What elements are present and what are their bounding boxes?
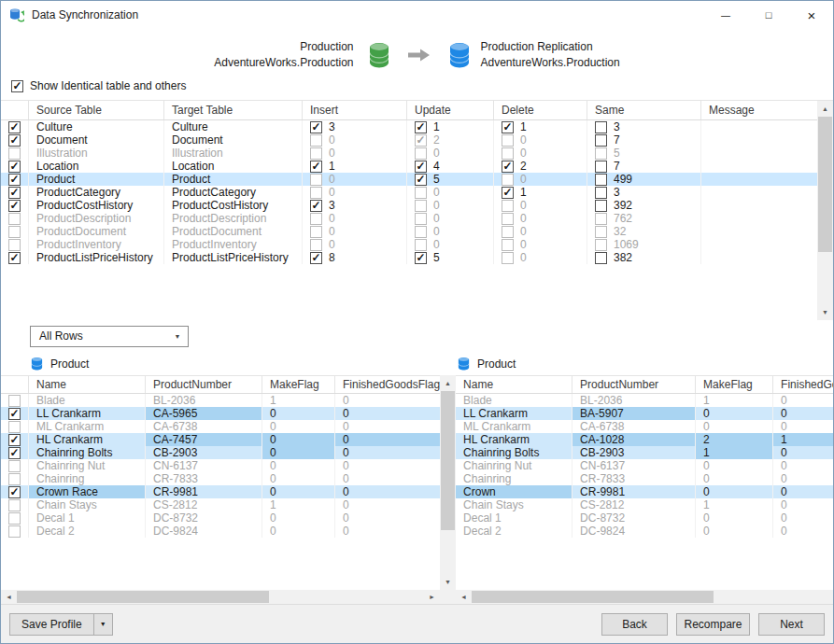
insert-checkbox[interactable] xyxy=(310,121,322,133)
row-checkbox[interactable] xyxy=(8,174,21,186)
table-row[interactable]: LL CrankarmCA-596500 xyxy=(1,407,440,420)
same-checkbox[interactable] xyxy=(595,226,607,238)
table-row[interactable]: Chain StaysCS-281210 xyxy=(1,498,440,511)
table-row[interactable]: IllustrationIllustration0005 xyxy=(1,147,817,160)
row-checkbox[interactable] xyxy=(8,213,21,225)
scroll-down-arrow-icon[interactable]: ▼ xyxy=(440,574,456,590)
update-checkbox[interactable] xyxy=(415,174,427,186)
row-checkbox[interactable] xyxy=(8,134,21,147)
column-header-source-table[interactable]: Source Table xyxy=(29,101,164,119)
scrollbar-thumb[interactable] xyxy=(818,117,832,252)
table-row[interactable]: Chainring NutCN-613700 xyxy=(456,459,834,472)
table-row[interactable]: ChainringCR-783300 xyxy=(1,472,440,485)
scrollbar-track[interactable] xyxy=(440,391,456,574)
scroll-up-arrow-icon[interactable]: ▲ xyxy=(440,375,456,391)
row-checkbox[interactable] xyxy=(8,395,21,407)
table-row[interactable]: BladeBL-203610 xyxy=(456,394,834,407)
column-header-delete[interactable]: Delete xyxy=(494,101,587,119)
delete-checkbox[interactable] xyxy=(502,121,514,133)
same-checkbox[interactable] xyxy=(595,134,607,147)
source-grid-horizontal-scrollbar[interactable]: ◄ ► xyxy=(1,590,456,604)
same-checkbox[interactable] xyxy=(595,174,607,186)
insert-checkbox[interactable] xyxy=(310,200,322,212)
select-column-header[interactable] xyxy=(1,101,29,119)
row-checkbox[interactable] xyxy=(8,499,21,511)
delete-checkbox[interactable] xyxy=(502,252,514,264)
same-checkbox[interactable] xyxy=(595,213,607,225)
column-header-productnumber[interactable]: ProductNumber xyxy=(146,376,262,393)
scrollbar-track[interactable] xyxy=(17,590,424,604)
update-checkbox[interactable] xyxy=(415,213,427,225)
column-header-makeflag[interactable]: MakeFlag xyxy=(696,376,773,393)
update-checkbox[interactable] xyxy=(415,161,427,173)
maximize-button[interactable]: □ xyxy=(747,1,790,29)
table-row[interactable]: ChainringCR-783300 xyxy=(456,472,834,485)
column-header-name[interactable]: Name xyxy=(29,376,146,393)
source-grid-vertical-scrollbar[interactable]: ▲ ▼ xyxy=(440,375,456,590)
column-header-finishedgoodsflag[interactable]: FinishedGoodsFlag xyxy=(335,376,440,393)
row-checkbox[interactable] xyxy=(8,226,21,238)
scrollbar-thumb[interactable] xyxy=(472,591,714,603)
table-row[interactable]: ProductListPriceHistoryProductListPriceH… xyxy=(1,251,817,264)
update-checkbox[interactable] xyxy=(415,252,427,264)
update-checkbox[interactable] xyxy=(415,121,427,133)
row-checkbox[interactable] xyxy=(8,421,21,433)
update-checkbox[interactable] xyxy=(415,187,427,199)
insert-checkbox[interactable] xyxy=(310,134,322,147)
same-checkbox[interactable] xyxy=(595,252,607,264)
row-checkbox[interactable] xyxy=(8,239,21,251)
update-checkbox[interactable] xyxy=(415,134,427,147)
delete-checkbox[interactable] xyxy=(502,161,514,173)
back-button[interactable]: Back xyxy=(601,613,668,636)
update-checkbox[interactable] xyxy=(415,200,427,212)
row-checkbox[interactable] xyxy=(8,447,21,459)
row-checkbox[interactable] xyxy=(8,200,21,212)
delete-checkbox[interactable] xyxy=(502,200,514,212)
table-row[interactable]: CrownCR-998100 xyxy=(456,485,834,498)
table-row[interactable]: ProductCostHistoryProductCostHistory3003… xyxy=(1,199,817,212)
scroll-right-arrow-icon[interactable]: ► xyxy=(424,590,440,604)
select-column-header[interactable] xyxy=(1,376,29,393)
column-header-update[interactable]: Update xyxy=(407,101,494,119)
delete-checkbox[interactable] xyxy=(502,134,514,147)
table-row[interactable]: Crown RaceCR-998100 xyxy=(1,485,440,498)
table-row[interactable]: DocumentDocument0207 xyxy=(1,133,817,147)
row-checkbox[interactable] xyxy=(8,473,21,485)
table-row[interactable]: ML CrankarmCA-673800 xyxy=(456,420,834,433)
row-checkbox[interactable] xyxy=(8,187,21,199)
table-row[interactable]: Chain StaysCS-281210 xyxy=(456,498,834,511)
column-header-finishedgoodsflag[interactable]: FinishedGoodsFlag xyxy=(773,376,834,393)
scroll-down-arrow-icon[interactable]: ▼ xyxy=(817,304,833,320)
same-checkbox[interactable] xyxy=(595,147,607,160)
table-row[interactable]: Decal 1DC-873200 xyxy=(456,511,834,525)
insert-checkbox[interactable] xyxy=(310,252,322,264)
scroll-up-arrow-icon[interactable]: ▲ xyxy=(817,101,833,117)
insert-checkbox[interactable] xyxy=(310,213,322,225)
delete-checkbox[interactable] xyxy=(502,226,514,238)
target-grid-horizontal-scrollbar[interactable]: ◄ ► xyxy=(456,590,834,604)
table-row[interactable]: HL CrankarmCA-102821 xyxy=(456,433,834,446)
update-checkbox[interactable] xyxy=(415,239,427,251)
delete-checkbox[interactable] xyxy=(502,239,514,251)
table-row[interactable]: CultureCulture3113 xyxy=(1,120,817,133)
table-row[interactable]: BladeBL-203610 xyxy=(1,394,440,407)
same-checkbox[interactable] xyxy=(595,187,607,199)
table-row[interactable]: Chainring NutCN-613700 xyxy=(1,459,440,472)
delete-checkbox[interactable] xyxy=(502,187,514,199)
scrollbar-thumb[interactable] xyxy=(17,591,269,603)
column-header-same[interactable]: Same xyxy=(587,101,701,119)
table-row[interactable]: HL CrankarmCA-745700 xyxy=(1,433,440,446)
show-identical-checkbox[interactable]: Show Identical table and others xyxy=(11,79,186,92)
row-checkbox[interactable] xyxy=(8,161,21,173)
insert-checkbox[interactable] xyxy=(310,174,322,186)
same-checkbox[interactable] xyxy=(595,200,607,212)
table-row[interactable]: ProductInventoryProductInventory0001069 xyxy=(1,238,817,251)
same-checkbox[interactable] xyxy=(595,121,607,133)
scrollbar-thumb[interactable] xyxy=(441,391,455,530)
column-header-insert[interactable]: Insert xyxy=(303,101,407,119)
insert-checkbox[interactable] xyxy=(310,226,322,238)
save-profile-button[interactable]: Save Profile xyxy=(9,613,93,636)
save-profile-dropdown-button[interactable]: ▼ xyxy=(93,613,113,636)
column-header-name[interactable]: Name xyxy=(456,376,572,393)
column-header-productnumber[interactable]: ProductNumber xyxy=(572,376,696,393)
